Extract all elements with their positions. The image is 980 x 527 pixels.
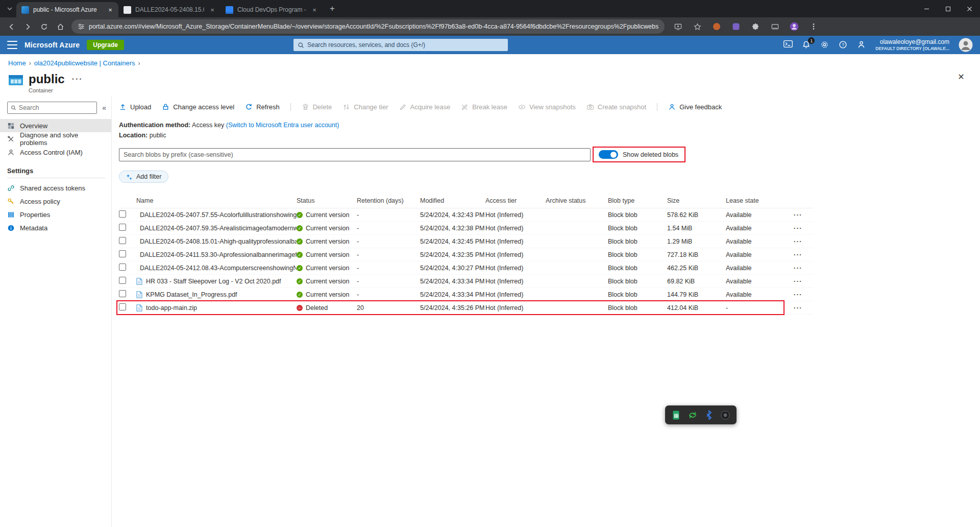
row-checkbox[interactable] <box>119 264 126 271</box>
row-menu-icon[interactable] <box>783 278 810 285</box>
sidebar-item[interactable]: Metadata <box>0 221 111 234</box>
forward-button[interactable] <box>20 19 35 34</box>
switch-auth-link[interactable]: (Switch to Microsoft Entra user account) <box>226 122 339 129</box>
sidebar-item[interactable]: Properties <box>0 208 111 221</box>
sidebar-item[interactable]: Shared access tokens <box>0 181 111 195</box>
upgrade-button[interactable]: Upgrade <box>87 40 124 50</box>
page-more-icon[interactable] <box>72 75 83 84</box>
extensions-puzzle-icon[interactable] <box>748 19 763 34</box>
tab-close-icon[interactable] <box>310 6 318 14</box>
browser-menu-icon[interactable] <box>806 19 821 34</box>
app-icon[interactable] <box>720 410 730 420</box>
account-avatar[interactable] <box>959 38 973 52</box>
command-button[interactable]: Delete <box>290 103 332 111</box>
blob-name[interactable]: DALLE2024-05-2407.57.55-Acolorfulillustr… <box>140 211 297 219</box>
new-tab-button[interactable] <box>326 2 339 15</box>
extension-orange-icon[interactable] <box>709 19 724 34</box>
close-window-button[interactable] <box>959 0 980 17</box>
command-button[interactable]: Change tier <box>342 103 388 111</box>
row-menu-icon[interactable] <box>783 265 810 272</box>
sidebar-item[interactable]: Access policy <box>0 195 111 208</box>
blob-name[interactable]: KPMG Dataset_In_Progress.pdf <box>146 291 237 298</box>
command-button[interactable]: Upload <box>119 103 151 111</box>
row-checkbox[interactable] <box>119 290 126 297</box>
row-menu-icon[interactable] <box>783 251 810 258</box>
row-checkbox[interactable] <box>119 250 126 257</box>
row-menu-icon[interactable] <box>783 238 810 245</box>
add-filter-button[interactable]: Add filter <box>119 171 168 183</box>
command-button[interactable]: Give feedback <box>657 103 722 111</box>
command-button[interactable]: Change access level <box>162 103 234 111</box>
notifications-bell-icon[interactable]: 1 <box>802 40 811 50</box>
sidebar-search[interactable] <box>7 102 97 114</box>
sheets-icon[interactable] <box>671 410 681 420</box>
command-button[interactable]: Refresh <box>245 103 280 111</box>
reload-button[interactable] <box>37 19 51 34</box>
global-search-input[interactable] <box>307 41 504 49</box>
cloud-shell-icon[interactable] <box>783 40 793 50</box>
cast-icon[interactable] <box>768 19 782 34</box>
tab-close-icon[interactable] <box>106 6 114 14</box>
table-row[interactable]: DALLE2024-05-2407.57.55-Acolorfulillustr… <box>119 208 813 222</box>
tune-icon[interactable] <box>78 23 85 30</box>
blob-name[interactable]: DALLE2024-05-2407.59.35-Arealisticimageo… <box>140 225 297 232</box>
feedback-person-icon[interactable] <box>857 40 866 50</box>
row-menu-icon[interactable] <box>783 291 810 298</box>
blob-name[interactable]: DALLE2024-05-2408.15.01-Ahigh-qualitypro… <box>140 238 297 245</box>
blob-name[interactable]: DALLE2024-05-2412.08.43-Acomputerscreens… <box>140 265 297 272</box>
minimize-button[interactable] <box>916 0 937 17</box>
sidebar-collapse-icon[interactable] <box>102 104 106 112</box>
browser-tab[interactable]: public - Microsoft Azure <box>16 2 118 17</box>
address-bar[interactable]: portal.azure.com/#view/Microsoft_Azure_S… <box>71 19 665 34</box>
command-button[interactable]: View snapshots <box>518 103 576 111</box>
row-checkbox[interactable] <box>119 237 126 244</box>
row-menu-icon[interactable] <box>783 304 810 312</box>
command-button[interactable]: Break lease <box>461 103 507 111</box>
table-row[interactable]: KPMG Dataset_In_Progress.pdf Current ver… <box>119 288 813 301</box>
maximize-button[interactable] <box>937 0 959 17</box>
tab-close-icon[interactable] <box>208 6 216 14</box>
sidebar-search-input[interactable] <box>19 104 93 111</box>
portal-menu-icon[interactable] <box>7 41 17 49</box>
browser-tab[interactable]: Cloud DevOps Program - May <box>220 2 323 17</box>
row-checkbox[interactable] <box>119 210 126 218</box>
sidebar-item[interactable]: Diagnose and solve problems <box>0 132 111 146</box>
account-menu[interactable]: olawaleoloye@gmail.com DEFAULT DIRECTORY… <box>875 38 949 52</box>
table-row[interactable]: HR 033 - Staff Sleepover Log - V2 Oct 20… <box>119 275 813 288</box>
command-button[interactable]: Acquire lease <box>399 103 451 111</box>
show-deleted-toggle[interactable] <box>599 150 618 159</box>
command-button[interactable]: Create snapshot <box>586 103 646 111</box>
breadcrumb-container[interactable]: ola2024publicwebsite | Containers <box>34 59 135 67</box>
table-row[interactable]: todo-app-main.zip Deleted 20 5/24/2024, … <box>119 301 813 315</box>
blob-name[interactable]: DALLE2024-05-2411.53.30-Aprofessionalban… <box>140 251 297 258</box>
bluetooth-icon[interactable] <box>704 410 714 420</box>
table-row[interactable]: DALLE2024-05-2407.59.35-Arealisticimageo… <box>119 222 813 235</box>
bookmark-star-icon[interactable] <box>690 19 704 34</box>
help-icon[interactable]: ? <box>839 40 848 50</box>
row-checkbox[interactable] <box>119 303 126 310</box>
blade-close-icon[interactable] <box>955 71 967 82</box>
home-button[interactable] <box>53 19 67 34</box>
back-button[interactable] <box>4 19 18 34</box>
settings-gear-icon[interactable] <box>820 40 829 50</box>
table-row[interactable]: DALLE2024-05-2411.53.30-Aprofessionalban… <box>119 248 813 261</box>
profile-avatar[interactable] <box>787 19 801 34</box>
row-checkbox[interactable] <box>119 277 126 284</box>
blob-name[interactable]: HR 033 - Staff Sleepover Log - V2 Oct 20… <box>146 278 281 285</box>
extension-purple-icon[interactable] <box>729 19 743 34</box>
sidebar-item[interactable]: Access Control (IAM) <box>0 146 111 159</box>
blob-search-input[interactable] <box>119 148 591 161</box>
row-menu-icon[interactable] <box>783 225 810 232</box>
tab-search-button[interactable] <box>3 2 16 15</box>
azure-brand[interactable]: Microsoft Azure <box>24 41 80 49</box>
global-search[interactable] <box>293 39 508 51</box>
breadcrumb-home[interactable]: Home <box>8 59 26 67</box>
table-row[interactable]: DALLE2024-05-2412.08.43-Acomputerscreens… <box>119 261 813 275</box>
row-menu-icon[interactable] <box>783 211 810 219</box>
browser-tab[interactable]: DALLE2024-05-2408.15.01-Ahig... <box>118 2 220 17</box>
sidebar-item[interactable]: Overview <box>0 119 111 132</box>
table-row[interactable]: DALLE2024-05-2408.15.01-Ahigh-qualitypro… <box>119 235 813 248</box>
install-app-icon[interactable] <box>671 19 685 34</box>
row-checkbox[interactable] <box>119 224 126 231</box>
blob-name[interactable]: todo-app-main.zip <box>146 304 197 312</box>
